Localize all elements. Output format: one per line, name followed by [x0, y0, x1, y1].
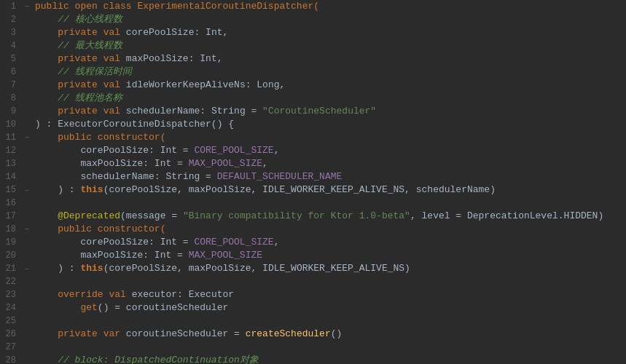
token: coroutineScheduler = [126, 328, 246, 339]
code-content: // 线程保活时间 [32, 66, 626, 79]
token: = [177, 237, 194, 248]
token: DEFAULT_SCHEDULER_NAME [217, 171, 343, 182]
code-content: // 线程池名称 [32, 92, 626, 105]
code-content: ) : this(corePoolSize, maxPoolSize, IDLE… [32, 183, 626, 197]
token: maxPoolSize: [80, 158, 154, 169]
token: executor: [132, 289, 189, 300]
token: DeprecationLevel [467, 210, 558, 221]
line-number: 9 [0, 105, 22, 118]
token: corePoolSize: [80, 145, 160, 156]
table-row: 4 // 最大线程数 [0, 39, 626, 52]
token: schedulerName: [126, 106, 211, 116]
line-number: 2 [0, 13, 22, 26]
table-row: 25 [0, 314, 626, 328]
token: schedulerName: [80, 171, 165, 182]
line-number: 20 [0, 249, 22, 262]
line-number: 14 [0, 170, 22, 183]
token: , [274, 237, 280, 248]
code-content: private val corePoolSize: Int, [32, 26, 626, 39]
table-row: 5 private val maxPoolSize: Int, [0, 52, 626, 66]
line-number: 25 [0, 314, 22, 328]
token: String [165, 171, 200, 182]
table-row: 18− public constructor( [0, 223, 626, 236]
table-row: 27 [0, 341, 626, 354]
token: get [80, 302, 97, 313]
table-row: 23 override val executor: Executor [0, 288, 626, 301]
fold-icon[interactable]: − [22, 131, 32, 144]
token: ) : [58, 263, 80, 274]
token: Int [160, 237, 177, 248]
token: this [80, 184, 103, 195]
token: (corePoolSize, maxPoolSize, IDLE_WORKER_… [103, 263, 410, 274]
table-row: 6 // 线程保活时间 [0, 66, 626, 79]
table-row: 2 // 核心线程数 [0, 13, 626, 26]
token: val [103, 27, 126, 38]
code-content: maxPoolSize: Int = MAX_POOL_SIZE [32, 249, 626, 262]
line-number: 16 [0, 197, 22, 210]
table-row: 1−public open class ExperimentalCoroutin… [0, 0, 626, 13]
fold-icon[interactable]: − [22, 223, 32, 236]
code-content: schedulerName: String = DEFAULT_SCHEDULE… [32, 170, 626, 183]
token: val [109, 289, 131, 300]
token: (message = [120, 210, 183, 221]
line-number: 17 [0, 210, 22, 223]
code-content: @Deprecated(message = "Binary compatibil… [32, 210, 626, 223]
table-row: 3 private val corePoolSize: Int, [0, 26, 626, 39]
token: ) : [58, 184, 80, 195]
token: Executor [189, 289, 234, 300]
line-number: 3 [0, 26, 22, 39]
table-row: 11− public constructor( [0, 131, 626, 144]
table-row: 20 maxPoolSize: Int = MAX_POOL_SIZE [0, 249, 626, 262]
code-content: private val idleWorkerKeepAliveNs: Long, [32, 79, 626, 92]
line-number: 12 [0, 144, 22, 157]
code-content: corePoolSize: Int = CORE_POOL_SIZE, [32, 236, 626, 249]
token: public open class ExperimentalCoroutineD… [35, 1, 319, 12]
token: () { [211, 119, 234, 130]
token: public constructor( [58, 132, 165, 143]
line-number: 8 [0, 92, 22, 105]
code-content: public constructor( [32, 131, 626, 144]
code-content: get() = coroutineScheduler [32, 301, 626, 314]
fold-icon[interactable]: – [22, 262, 32, 275]
token: Int [154, 250, 171, 261]
token: // block: DispatchedContinuation对象 [58, 355, 259, 364]
code-content: ) : ExecutorCoroutineDispatcher() { [32, 118, 626, 131]
token: = [177, 145, 194, 156]
line-number: 26 [0, 328, 22, 341]
token: @Deprecated [58, 210, 120, 221]
line-number: 4 [0, 39, 22, 52]
token: , [222, 27, 228, 38]
code-content: ) : this(corePoolSize, maxPoolSize, IDLE… [32, 262, 626, 275]
token: () [331, 328, 343, 339]
line-number: 19 [0, 236, 22, 249]
token: CORE_POOL_SIZE [194, 237, 273, 248]
line-number: 21 [0, 262, 22, 275]
token: Int [154, 158, 171, 169]
token: maxPoolSize: [80, 250, 154, 261]
line-number: 15 [0, 183, 22, 197]
line-number: 24 [0, 301, 22, 314]
code-content: // block: DispatchedContinuation对象 [32, 354, 626, 364]
code-content: corePoolSize: Int = CORE_POOL_SIZE, [32, 144, 626, 157]
fold-icon[interactable]: − [22, 0, 32, 13]
token: var [103, 328, 126, 339]
token: // 线程保活时间 [58, 66, 131, 77]
token: private [58, 106, 103, 116]
token: val [103, 106, 126, 116]
token: override [58, 289, 109, 300]
token: public constructor( [58, 223, 165, 234]
token: , [217, 53, 223, 64]
table-row: 12 corePoolSize: Int = CORE_POOL_SIZE, [0, 144, 626, 157]
fold-icon[interactable]: – [22, 183, 32, 197]
table-row: 19 corePoolSize: Int = CORE_POOL_SIZE, [0, 236, 626, 249]
table-row: 26 private var coroutineScheduler = crea… [0, 328, 626, 341]
token: CORE_POOL_SIZE [194, 145, 273, 156]
code-content: maxPoolSize: Int = MAX_POOL_SIZE, [32, 157, 626, 170]
token: // 最大线程数 [58, 40, 122, 51]
token: val [103, 53, 126, 64]
token: () = coroutineScheduler [98, 302, 228, 313]
token: = [171, 250, 188, 261]
token: corePoolSize: [126, 27, 206, 38]
token: = [171, 158, 188, 169]
token: corePoolSize: [80, 237, 160, 248]
